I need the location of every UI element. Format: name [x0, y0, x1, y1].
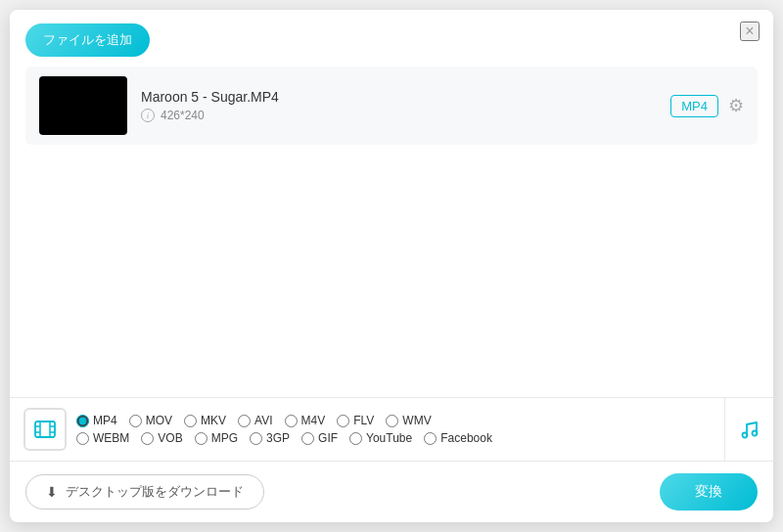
file-name: Maroon 5 - Sugar.MP4	[141, 89, 657, 105]
header-area: ファイルを追加	[10, 10, 773, 66]
format-facebook[interactable]: Facebook	[424, 431, 492, 445]
file-actions: MP4 ⚙	[670, 95, 744, 117]
format-row-1: MP4 MOV MKV AVI M4V FLV	[76, 414, 492, 427]
format-webm[interactable]: WEBM	[76, 431, 129, 445]
footer-area: ⬇ デスクトップ版をダウンロード 変換	[10, 461, 773, 522]
format-grid: MP4 MOV MKV AVI M4V FLV	[76, 414, 492, 445]
main-dialog: × ファイルを追加 Maroon 5 - Sugar.MP4 i 426*240…	[10, 10, 773, 522]
format-flv[interactable]: FLV	[337, 414, 374, 427]
format-mp4[interactable]: MP4	[76, 414, 117, 427]
file-thumbnail	[39, 76, 127, 135]
download-label: デスクトップ版をダウンロード	[66, 483, 244, 501]
download-icon: ⬇	[46, 484, 58, 500]
info-icon: i	[141, 109, 155, 122]
format-section: MP4 MOV MKV AVI M4V FLV	[10, 398, 724, 461]
format-gif[interactable]: GIF	[301, 431, 338, 445]
settings-icon[interactable]: ⚙	[728, 95, 744, 116]
svg-rect-0	[35, 421, 55, 437]
format-mov[interactable]: MOV	[129, 414, 172, 427]
file-meta: i 426*240	[141, 109, 657, 122]
format-badge[interactable]: MP4	[670, 95, 718, 117]
format-mkv[interactable]: MKV	[184, 414, 226, 427]
format-youtube[interactable]: YouTube	[349, 431, 412, 445]
add-file-button[interactable]: ファイルを追加	[25, 23, 150, 57]
format-avi[interactable]: AVI	[238, 414, 272, 427]
content-area: Maroon 5 - Sugar.MP4 i 426*240 MP4 ⚙	[10, 66, 773, 397]
svg-point-8	[752, 431, 757, 436]
format-selector-area: MP4 MOV MKV AVI M4V FLV	[10, 397, 773, 461]
svg-point-7	[742, 433, 747, 438]
format-mpg[interactable]: MPG	[195, 431, 238, 445]
film-icon[interactable]	[23, 408, 67, 451]
format-m4v[interactable]: M4V	[285, 414, 326, 427]
convert-button[interactable]: 変換	[660, 473, 758, 510]
format-vob[interactable]: VOB	[141, 431, 182, 445]
file-resolution: 426*240	[161, 109, 205, 122]
format-row-2: WEBM VOB MPG 3GP GIF YouT	[76, 431, 492, 445]
music-tab-button[interactable]	[724, 398, 773, 461]
format-wmv[interactable]: WMV	[386, 414, 431, 427]
file-item: Maroon 5 - Sugar.MP4 i 426*240 MP4 ⚙	[25, 66, 758, 145]
format-3gp[interactable]: 3GP	[250, 431, 290, 445]
download-desktop-button[interactable]: ⬇ デスクトップ版をダウンロード	[25, 474, 264, 510]
close-button[interactable]: ×	[740, 22, 760, 41]
file-info: Maroon 5 - Sugar.MP4 i 426*240	[141, 89, 657, 122]
